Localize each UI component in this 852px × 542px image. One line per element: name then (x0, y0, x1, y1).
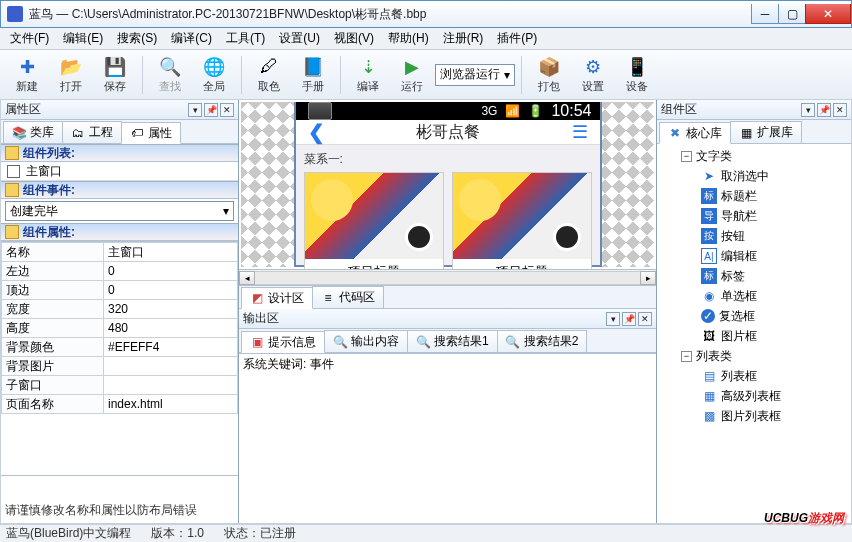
item-button[interactable]: 按按钮 (657, 226, 851, 246)
tb-run[interactable]: ▶运行 (391, 52, 433, 98)
card-2[interactable]: 项目标题 (452, 172, 592, 269)
tab-ext[interactable]: ▦扩展库 (730, 121, 802, 143)
window-titlebar: 蓝鸟 — C:\Users\Administrator.PC-20130721B… (0, 0, 852, 28)
prop-row-top[interactable]: 顶边0 (2, 281, 238, 300)
tab-proj[interactable]: 🗂工程 (62, 121, 122, 143)
card-1[interactable]: 项目标题 (304, 172, 444, 269)
menu-search[interactable]: 搜索(S) (111, 28, 163, 49)
prop-row-child[interactable]: 子窗口 (2, 376, 238, 395)
panel-close-icon[interactable]: ✕ (638, 312, 652, 326)
tb-manual[interactable]: 📘手册 (292, 52, 334, 98)
titlebar-icon: 标 (701, 188, 717, 204)
prop-row-bgimg[interactable]: 背景图片 (2, 357, 238, 376)
item-radio[interactable]: ◉单选框 (657, 286, 851, 306)
minimize-button[interactable]: ─ (751, 4, 779, 24)
prop-row-name[interactable]: 名称主窗口 (2, 243, 238, 262)
menu-register[interactable]: 注册(R) (437, 28, 490, 49)
item-label[interactable]: 标标签 (657, 266, 851, 286)
menu-plugin[interactable]: 插件(P) (491, 28, 543, 49)
component-main-window[interactable]: 主窗口 (1, 162, 238, 181)
pack-icon: 📦 (538, 56, 560, 78)
prop-row-bgcolor[interactable]: 背景颜色#EFEFF4 (2, 338, 238, 357)
item-checkbox[interactable]: ✓复选框 (657, 306, 851, 326)
phone-statusbar: 3G 📶 🔋 10:54 (296, 102, 600, 120)
menu-compile[interactable]: 编译(C) (165, 28, 218, 49)
item-imgbox[interactable]: 🖼图片框 (657, 326, 851, 346)
collapse-icon[interactable]: − (681, 351, 692, 362)
separator (521, 56, 522, 94)
event-combo[interactable]: 创建完毕▾ (5, 201, 234, 221)
property-grid: 名称主窗口 左边0 顶边0 宽度320 高度480 背景颜色#EFEFF4 背景… (1, 241, 238, 475)
tab-res2[interactable]: 🔍搜索结果2 (497, 330, 588, 352)
tb-pack[interactable]: 📦打包 (528, 52, 570, 98)
menu-edit[interactable]: 编辑(E) (57, 28, 109, 49)
tb-open[interactable]: 📂打开 (50, 52, 92, 98)
core-icon: ✖ (668, 126, 682, 140)
item-advlist[interactable]: ▦高级列表框 (657, 386, 851, 406)
item-deselect[interactable]: ➤取消选中 (657, 166, 851, 186)
horizontal-scrollbar[interactable]: ◂▸ (239, 269, 656, 285)
maximize-button[interactable]: ▢ (778, 4, 806, 24)
menu-tools[interactable]: 工具(T) (220, 28, 271, 49)
button-icon: 按 (701, 228, 717, 244)
cat-list[interactable]: −列表类 (657, 346, 851, 366)
tab-info[interactable]: ▣提示信息 (241, 331, 325, 353)
menu-help[interactable]: 帮助(H) (382, 28, 435, 49)
panel-menu-icon[interactable]: ▾ (188, 103, 202, 117)
tb-device[interactable]: 📱设备 (616, 52, 658, 98)
image-icon: 🖼 (701, 328, 717, 344)
panel-pin-icon[interactable]: 📌 (817, 103, 831, 117)
panel-pin-icon[interactable]: 📌 (622, 312, 636, 326)
back-icon[interactable]: ❮ (308, 120, 325, 144)
collapse-icon[interactable]: − (681, 151, 692, 162)
panel-close-icon[interactable]: ✕ (833, 103, 847, 117)
code-icon: ≡ (321, 291, 335, 305)
phone-preview[interactable]: 3G 📶 🔋 10:54 ❮ 彬哥点餐 ☰ 菜系一: 项目标题 (294, 102, 602, 267)
status-bar: 蓝鸟(BlueBird)中文编程 版本：1.0 状态：已注册 (0, 524, 852, 542)
prop-row-page[interactable]: 页面名称index.html (2, 395, 238, 414)
window-title: 蓝鸟 — C:\Users\Administrator.PC-20130721B… (29, 6, 752, 23)
item-titlebar[interactable]: 标标题栏 (657, 186, 851, 206)
panel-menu-icon[interactable]: ▾ (801, 103, 815, 117)
signal-icon: 📶 (505, 104, 520, 118)
tab-prop[interactable]: 🏷属性 (121, 122, 181, 144)
close-button[interactable]: ✕ (805, 4, 851, 24)
item-imglist[interactable]: ▩图片列表框 (657, 406, 851, 426)
tb-global[interactable]: 🌐全局 (193, 52, 235, 98)
properties-header: 属性区 ▾ 📌 ✕ (1, 100, 238, 120)
tab-design[interactable]: ◩设计区 (241, 287, 313, 309)
tab-code[interactable]: ≡代码区 (312, 286, 384, 308)
tb-pick[interactable]: 🖊取色 (248, 52, 290, 98)
run-icon: ▶ (401, 56, 423, 78)
tab-res1[interactable]: 🔍搜索结果1 (407, 330, 498, 352)
item-navbar[interactable]: 导导航栏 (657, 206, 851, 226)
search-icon: 🔍 (416, 335, 430, 349)
info-icon: ▣ (250, 335, 264, 349)
menu-file[interactable]: 文件(F) (4, 28, 55, 49)
tab-core[interactable]: ✖核心库 (659, 122, 731, 144)
item-listbox[interactable]: ▤列表框 (657, 366, 851, 386)
save-icon: 💾 (104, 56, 126, 78)
tab-lib[interactable]: 📚类库 (3, 121, 63, 143)
panel-close-icon[interactable]: ✕ (220, 103, 234, 117)
panel-pin-icon[interactable]: 📌 (204, 103, 218, 117)
prop-row-width[interactable]: 宽度320 (2, 300, 238, 319)
tb-save[interactable]: 💾保存 (94, 52, 136, 98)
hamburger-icon[interactable]: ☰ (572, 121, 588, 143)
tb-new[interactable]: ✚新建 (6, 52, 48, 98)
cat-text[interactable]: −文字类 (657, 146, 851, 166)
tb-find[interactable]: 🔍查找 (149, 52, 191, 98)
prop-row-left[interactable]: 左边0 (2, 262, 238, 281)
tb-setup[interactable]: ⚙设置 (572, 52, 614, 98)
panel-menu-icon[interactable]: ▾ (606, 312, 620, 326)
runmode-combo[interactable]: 浏览器运行▾ (435, 64, 515, 86)
menu-view[interactable]: 视图(V) (328, 28, 380, 49)
prop-row-height[interactable]: 高度480 (2, 319, 238, 338)
design-canvas[interactable]: 3G 📶 🔋 10:54 ❮ 彬哥点餐 ☰ 菜系一: 项目标题 (241, 102, 654, 267)
signal-label: 3G (481, 104, 497, 118)
battery-icon: 🔋 (528, 104, 543, 118)
item-editbox[interactable]: A|编辑框 (657, 246, 851, 266)
tab-content[interactable]: 🔍输出内容 (324, 330, 408, 352)
tb-build[interactable]: ⇣编译 (347, 52, 389, 98)
menu-settings[interactable]: 设置(U) (273, 28, 326, 49)
